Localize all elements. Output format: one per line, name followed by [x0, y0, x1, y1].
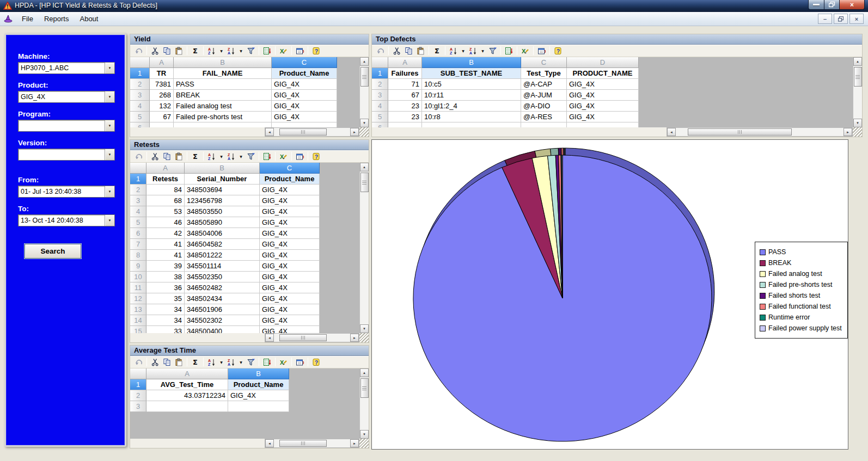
- help-icon[interactable]: ?: [310, 357, 322, 367]
- row-header[interactable]: 4: [372, 101, 388, 112]
- mdi-restore-button[interactable]: [834, 14, 848, 24]
- to-combobox[interactable]: 13- Oct -14 20:40:38▼: [18, 214, 115, 226]
- grid-cell[interactable]: 346502482: [185, 282, 260, 293]
- scroll-thumb[interactable]: [854, 67, 862, 87]
- grid-cell[interactable]: [388, 122, 422, 127]
- header-cell[interactable]: Product_Name: [260, 174, 320, 185]
- grid-cell[interactable]: GIG_4X: [260, 250, 320, 261]
- row-header[interactable]: 4: [130, 101, 150, 112]
- scroll-down-arrow[interactable]: ▼: [360, 324, 369, 333]
- grid-cell[interactable]: 10:c5: [422, 79, 521, 90]
- chevron-down-icon[interactable]: ▼: [105, 149, 114, 160]
- undo-icon[interactable]: [133, 357, 144, 367]
- grid-corner[interactable]: [372, 57, 388, 68]
- column-header-b[interactable]: B: [422, 57, 521, 68]
- grid-cell[interactable]: GIG_4X: [567, 79, 639, 90]
- header-cell[interactable]: Product_Name: [272, 68, 337, 79]
- grid-cell[interactable]: 345502350: [185, 272, 260, 282]
- row-header[interactable]: 8: [130, 250, 146, 261]
- mdi-minimize-button[interactable]: –: [818, 14, 832, 24]
- scroll-thumb[interactable]: [360, 378, 369, 398]
- grid-cell[interactable]: GIG_4X: [260, 326, 320, 333]
- grid-cell[interactable]: GIG_4X: [567, 101, 639, 112]
- grid-cell[interactable]: 10:r11: [422, 90, 521, 101]
- header-cell[interactable]: SUB_TEST_NAME: [422, 68, 521, 79]
- row-header[interactable]: 2: [372, 79, 388, 90]
- row-header[interactable]: 12: [130, 293, 146, 304]
- row-header[interactable]: 15: [130, 326, 146, 333]
- row-header[interactable]: 2: [130, 79, 150, 90]
- paste-icon[interactable]: [415, 46, 426, 56]
- grid-cell[interactable]: 348505890: [185, 217, 260, 228]
- sum-icon[interactable]: Σ: [190, 357, 201, 367]
- grid-cell[interactable]: 348503694: [185, 185, 260, 195]
- sort-az-icon[interactable]: AZ: [206, 46, 217, 56]
- paste-icon[interactable]: [173, 151, 185, 162]
- resize-gripper[interactable]: [359, 439, 369, 448]
- grid-cell[interactable]: GIG_4X: [260, 282, 320, 293]
- scroll-down-arrow[interactable]: ▼: [360, 119, 369, 127]
- grid-cell[interactable]: 23: [388, 101, 422, 112]
- grid-cell[interactable]: Failed analog test: [174, 101, 272, 112]
- grid-cell[interactable]: @A-CAP: [521, 79, 567, 90]
- export-edit-icon[interactable]: X: [278, 357, 289, 367]
- scroll-thumb[interactable]: [360, 67, 369, 87]
- help-icon[interactable]: ?: [552, 46, 564, 56]
- grid-cell[interactable]: 123456798: [185, 195, 260, 206]
- maximize-button[interactable]: [824, 0, 840, 10]
- grid-corner[interactable]: [130, 163, 146, 174]
- undo-icon[interactable]: [133, 46, 144, 56]
- grid-cell[interactable]: 35: [146, 293, 185, 304]
- grid-cell[interactable]: GIG_4X: [260, 217, 320, 228]
- column-header-c[interactable]: C: [260, 163, 320, 174]
- caret-icon[interactable]: ▼: [237, 151, 244, 162]
- column-header-a[interactable]: A: [146, 163, 185, 174]
- scroll-up-arrow[interactable]: ▲: [853, 57, 862, 66]
- caret-icon[interactable]: ▼: [237, 46, 244, 56]
- row-header[interactable]: 9: [130, 261, 146, 272]
- grid-cell[interactable]: GIG_4X: [260, 293, 320, 304]
- header-cell[interactable]: Serial_Number: [185, 174, 260, 185]
- sum-icon[interactable]: Σ: [431, 46, 443, 56]
- copy-icon[interactable]: [161, 46, 173, 56]
- undo-icon[interactable]: [133, 151, 144, 162]
- column-header-a[interactable]: A: [388, 57, 422, 68]
- grid-cell[interactable]: [174, 122, 272, 127]
- header-cell[interactable]: TR: [150, 68, 174, 79]
- grid-cell[interactable]: 67: [388, 90, 422, 101]
- row-header[interactable]: 3: [372, 90, 388, 101]
- grid-cell[interactable]: 38: [146, 272, 185, 282]
- column-header-d[interactable]: D: [567, 57, 639, 68]
- scroll-left-arrow[interactable]: ◄: [265, 128, 274, 136]
- grid-cell[interactable]: 67: [150, 112, 174, 122]
- scroll-right-arrow[interactable]: ►: [350, 439, 359, 447]
- grid-cell[interactable]: 41: [146, 239, 185, 250]
- grid-cell[interactable]: 71: [388, 79, 422, 90]
- report-icon[interactable]: [294, 151, 305, 162]
- grid-cell[interactable]: GIG_4X: [272, 101, 337, 112]
- grid-cell[interactable]: BREAK: [174, 90, 272, 101]
- column-header-a[interactable]: A: [146, 368, 228, 379]
- grid-cell[interactable]: PASS: [174, 79, 272, 90]
- sort-za-icon[interactable]: ZA: [225, 46, 237, 56]
- chevron-down-icon[interactable]: ▼: [105, 120, 114, 131]
- scroll-thumb[interactable]: [279, 334, 327, 341]
- grid-cell[interactable]: 41: [146, 250, 185, 261]
- resize-gripper[interactable]: [853, 127, 862, 137]
- cut-icon[interactable]: [149, 357, 161, 367]
- grid-cell[interactable]: 34: [146, 304, 185, 315]
- scroll-up-arrow[interactable]: ▲: [360, 57, 369, 66]
- caret-icon[interactable]: ▼: [218, 151, 225, 162]
- grid-cell[interactable]: 68: [146, 195, 185, 206]
- row-header[interactable]: 2: [130, 185, 146, 195]
- grid-cell[interactable]: 348502434: [185, 293, 260, 304]
- scroll-right-arrow[interactable]: ►: [350, 128, 359, 136]
- grid-cell[interactable]: [272, 122, 337, 127]
- resize-gripper[interactable]: [359, 127, 369, 137]
- horizontal-scrollbar[interactable]: ◄►: [265, 127, 359, 137]
- grid-cell[interactable]: [146, 401, 228, 412]
- cut-icon[interactable]: [149, 46, 161, 56]
- undo-icon[interactable]: [375, 46, 386, 56]
- caret-icon[interactable]: ▼: [460, 46, 467, 56]
- grid-cell[interactable]: 36: [146, 282, 185, 293]
